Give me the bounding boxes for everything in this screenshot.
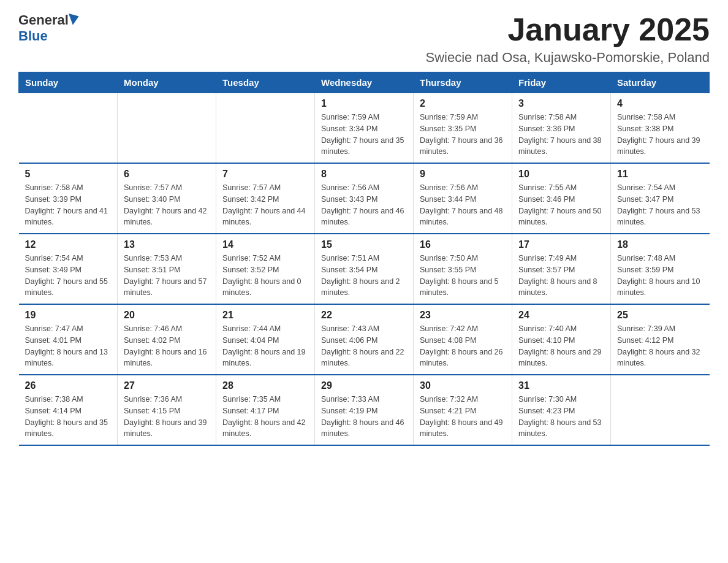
day-number: 10 (518, 169, 604, 180)
day-info: Sunrise: 7:38 AM Sunset: 4:14 PM Dayligh… (25, 394, 112, 440)
calendar-week-row: 26Sunrise: 7:38 AM Sunset: 4:14 PM Dayli… (19, 375, 710, 445)
calendar-cell: 20Sunrise: 7:46 AM Sunset: 4:02 PM Dayli… (118, 304, 216, 375)
day-info: Sunrise: 7:54 AM Sunset: 3:47 PM Dayligh… (617, 182, 703, 228)
calendar-cell: 10Sunrise: 7:55 AM Sunset: 3:46 PM Dayli… (512, 163, 611, 234)
page-title: January 2025 (426, 12, 710, 47)
calendar-cell: 13Sunrise: 7:53 AM Sunset: 3:51 PM Dayli… (118, 234, 216, 304)
calendar-cell (19, 93, 118, 164)
calendar-cell: 30Sunrise: 7:32 AM Sunset: 4:21 PM Dayli… (414, 375, 512, 445)
day-info: Sunrise: 7:50 AM Sunset: 3:55 PM Dayligh… (420, 253, 506, 299)
calendar-cell: 7Sunrise: 7:57 AM Sunset: 3:42 PM Daylig… (216, 163, 315, 234)
calendar-cell: 17Sunrise: 7:49 AM Sunset: 3:57 PM Dayli… (512, 234, 611, 304)
day-info: Sunrise: 7:43 AM Sunset: 4:06 PM Dayligh… (321, 323, 407, 369)
day-number: 5 (25, 169, 112, 180)
day-number: 17 (518, 239, 604, 250)
calendar-header-friday: Friday (512, 72, 611, 93)
day-info: Sunrise: 7:47 AM Sunset: 4:01 PM Dayligh… (25, 323, 112, 369)
day-info: Sunrise: 7:52 AM Sunset: 3:52 PM Dayligh… (222, 253, 308, 299)
calendar-cell: 18Sunrise: 7:48 AM Sunset: 3:59 PM Dayli… (611, 234, 710, 304)
header: General Blue January 2025 Swiecie nad Os… (18, 12, 710, 66)
calendar-header-tuesday: Tuesday (216, 72, 315, 93)
day-info: Sunrise: 7:36 AM Sunset: 4:15 PM Dayligh… (124, 394, 210, 440)
day-info: Sunrise: 7:55 AM Sunset: 3:46 PM Dayligh… (518, 182, 604, 228)
day-info: Sunrise: 7:42 AM Sunset: 4:08 PM Dayligh… (420, 323, 506, 369)
calendar-header-monday: Monday (118, 72, 216, 93)
day-number: 7 (222, 169, 308, 180)
day-number: 3 (518, 98, 604, 109)
calendar-cell: 9Sunrise: 7:56 AM Sunset: 3:44 PM Daylig… (414, 163, 512, 234)
calendar-week-row: 1Sunrise: 7:59 AM Sunset: 3:34 PM Daylig… (19, 93, 710, 164)
calendar-cell: 16Sunrise: 7:50 AM Sunset: 3:55 PM Dayli… (414, 234, 512, 304)
day-info: Sunrise: 7:56 AM Sunset: 3:44 PM Dayligh… (420, 182, 506, 228)
calendar-cell: 21Sunrise: 7:44 AM Sunset: 4:04 PM Dayli… (216, 304, 315, 375)
day-number: 28 (222, 380, 308, 391)
calendar-cell: 14Sunrise: 7:52 AM Sunset: 3:52 PM Dayli… (216, 234, 315, 304)
calendar-cell: 19Sunrise: 7:47 AM Sunset: 4:01 PM Dayli… (19, 304, 118, 375)
day-number: 23 (420, 310, 506, 321)
calendar-cell: 29Sunrise: 7:33 AM Sunset: 4:19 PM Dayli… (315, 375, 414, 445)
calendar-week-row: 5Sunrise: 7:58 AM Sunset: 3:39 PM Daylig… (19, 163, 710, 234)
day-info: Sunrise: 7:35 AM Sunset: 4:17 PM Dayligh… (222, 394, 308, 440)
day-number: 12 (25, 239, 112, 250)
title-block: January 2025 Swiecie nad Osa, Kujawsko-P… (426, 12, 710, 66)
day-info: Sunrise: 7:46 AM Sunset: 4:02 PM Dayligh… (124, 323, 210, 369)
day-info: Sunrise: 7:59 AM Sunset: 3:34 PM Dayligh… (321, 112, 407, 158)
day-number: 14 (222, 239, 308, 250)
calendar-week-row: 19Sunrise: 7:47 AM Sunset: 4:01 PM Dayli… (19, 304, 710, 375)
day-number: 9 (420, 169, 506, 180)
calendar-header-saturday: Saturday (611, 72, 710, 93)
day-info: Sunrise: 7:58 AM Sunset: 3:38 PM Dayligh… (617, 112, 703, 158)
day-info: Sunrise: 7:57 AM Sunset: 3:42 PM Dayligh… (222, 182, 308, 228)
calendar-header-sunday: Sunday (19, 72, 118, 93)
day-info: Sunrise: 7:53 AM Sunset: 3:51 PM Dayligh… (124, 253, 210, 299)
calendar-cell: 28Sunrise: 7:35 AM Sunset: 4:17 PM Dayli… (216, 375, 315, 445)
calendar-cell: 3Sunrise: 7:58 AM Sunset: 3:36 PM Daylig… (512, 93, 611, 164)
calendar-cell: 27Sunrise: 7:36 AM Sunset: 4:15 PM Dayli… (118, 375, 216, 445)
logo: General Blue (18, 12, 79, 44)
day-number: 8 (321, 169, 407, 180)
day-info: Sunrise: 7:54 AM Sunset: 3:49 PM Dayligh… (25, 253, 112, 299)
day-number: 27 (124, 380, 210, 391)
day-info: Sunrise: 7:49 AM Sunset: 3:57 PM Dayligh… (518, 253, 604, 299)
day-number: 13 (124, 239, 210, 250)
day-number: 16 (420, 239, 506, 250)
day-info: Sunrise: 7:59 AM Sunset: 3:35 PM Dayligh… (420, 112, 506, 158)
calendar-cell: 4Sunrise: 7:58 AM Sunset: 3:38 PM Daylig… (611, 93, 710, 164)
calendar-cell: 31Sunrise: 7:30 AM Sunset: 4:23 PM Dayli… (512, 375, 611, 445)
calendar-cell: 23Sunrise: 7:42 AM Sunset: 4:08 PM Dayli… (414, 304, 512, 375)
day-info: Sunrise: 7:32 AM Sunset: 4:21 PM Dayligh… (420, 394, 506, 440)
day-number: 6 (124, 169, 210, 180)
day-number: 11 (617, 169, 703, 180)
day-number: 4 (617, 98, 703, 109)
calendar-cell: 15Sunrise: 7:51 AM Sunset: 3:54 PM Dayli… (315, 234, 414, 304)
day-info: Sunrise: 7:48 AM Sunset: 3:59 PM Dayligh… (617, 253, 703, 299)
calendar-cell: 6Sunrise: 7:57 AM Sunset: 3:40 PM Daylig… (118, 163, 216, 234)
day-info: Sunrise: 7:56 AM Sunset: 3:43 PM Dayligh… (321, 182, 407, 228)
day-number: 21 (222, 310, 308, 321)
day-info: Sunrise: 7:33 AM Sunset: 4:19 PM Dayligh… (321, 394, 407, 440)
logo-blue-text: Blue (18, 28, 48, 44)
day-info: Sunrise: 7:30 AM Sunset: 4:23 PM Dayligh… (518, 394, 604, 440)
calendar-cell: 22Sunrise: 7:43 AM Sunset: 4:06 PM Dayli… (315, 304, 414, 375)
day-info: Sunrise: 7:40 AM Sunset: 4:10 PM Dayligh… (518, 323, 604, 369)
day-info: Sunrise: 7:39 AM Sunset: 4:12 PM Dayligh… (617, 323, 703, 369)
day-number: 19 (25, 310, 112, 321)
day-number: 29 (321, 380, 407, 391)
calendar-week-row: 12Sunrise: 7:54 AM Sunset: 3:49 PM Dayli… (19, 234, 710, 304)
day-info: Sunrise: 7:51 AM Sunset: 3:54 PM Dayligh… (321, 253, 407, 299)
calendar-cell: 24Sunrise: 7:40 AM Sunset: 4:10 PM Dayli… (512, 304, 611, 375)
page-subtitle: Swiecie nad Osa, Kujawsko-Pomorskie, Pol… (426, 50, 710, 66)
calendar-table: SundayMondayTuesdayWednesdayThursdayFrid… (18, 72, 710, 446)
day-info: Sunrise: 7:58 AM Sunset: 3:39 PM Dayligh… (25, 182, 112, 228)
calendar-cell: 1Sunrise: 7:59 AM Sunset: 3:34 PM Daylig… (315, 93, 414, 164)
day-number: 26 (25, 380, 112, 391)
day-number: 1 (321, 98, 407, 109)
calendar-cell (216, 93, 315, 164)
calendar-cell: 25Sunrise: 7:39 AM Sunset: 4:12 PM Dayli… (611, 304, 710, 375)
calendar-cell: 12Sunrise: 7:54 AM Sunset: 3:49 PM Dayli… (19, 234, 118, 304)
day-number: 30 (420, 380, 506, 391)
calendar-header-wednesday: Wednesday (315, 72, 414, 93)
day-number: 24 (518, 310, 604, 321)
calendar-header-thursday: Thursday (414, 72, 512, 93)
day-number: 20 (124, 310, 210, 321)
